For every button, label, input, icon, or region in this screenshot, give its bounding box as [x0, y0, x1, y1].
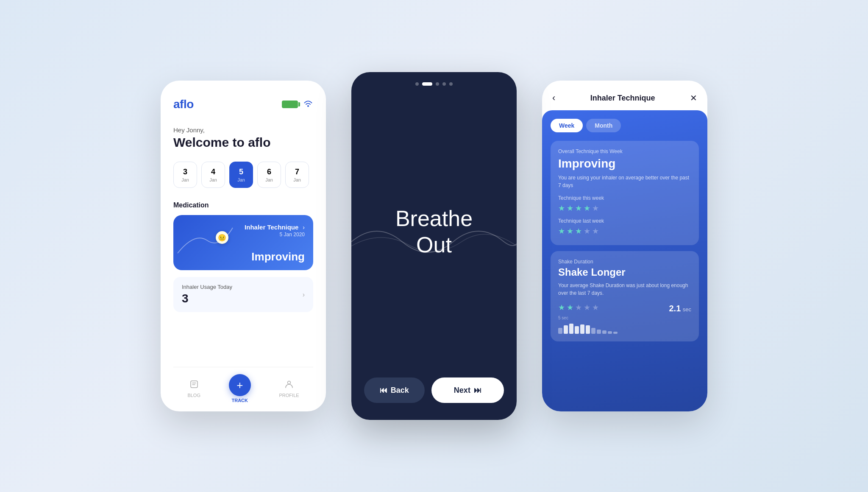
shake-stars: ★ ★ ★ ★ ★	[558, 303, 599, 312]
star-5: ★	[592, 204, 599, 213]
tab-row: Week Month	[551, 119, 699, 132]
bar-8	[597, 330, 601, 334]
date-num: 7	[295, 168, 299, 176]
next-button[interactable]: Next ⏭	[431, 377, 504, 403]
usage-arrow-icon: ›	[303, 291, 305, 299]
shake-title: Shake Longer	[558, 266, 691, 278]
mini-bars	[558, 324, 691, 334]
phone1-header: aflo	[173, 98, 313, 111]
date-item-7[interactable]: 7 Jan	[285, 162, 309, 188]
wifi-icon	[303, 100, 313, 109]
phone3-close-button[interactable]: ✕	[690, 93, 697, 103]
usage-label: Inhaler Usage Today	[182, 284, 232, 290]
last-week-stars: ★ ★ ★ ★ ★	[558, 226, 691, 236]
phone2-buttons: ⏮ Back Next ⏭	[351, 377, 517, 403]
progress-dots	[415, 82, 453, 86]
blog-label: BLOG	[187, 393, 200, 398]
sh-star-4: ★	[584, 303, 590, 312]
lw-star-5: ★	[592, 226, 599, 236]
technique-subtitle: Overall Technique this Week	[558, 148, 691, 154]
last-week-label: Technique last week	[558, 218, 691, 224]
shake-unit: sec	[683, 306, 691, 313]
dot-5	[449, 82, 453, 86]
inhaler-card[interactable]: 😐 Inhaler Technique › 5 Jan 2020 Improvi…	[173, 215, 313, 270]
profile-icon	[284, 380, 294, 391]
greeting: Hey Jonny,	[173, 126, 313, 134]
sh-star-2: ★	[567, 303, 573, 312]
phone3-header: ‹ Inhaler Technique ✕	[542, 81, 707, 110]
shake-desc: Your average Shake Duration was just abo…	[558, 282, 691, 297]
tab-week[interactable]: Week	[551, 119, 583, 132]
blog-icon	[189, 380, 199, 391]
bar-label: 5 sec	[558, 316, 691, 320]
bar-2	[564, 325, 568, 334]
aflo-logo: aflo	[173, 98, 194, 111]
emoji-dot: 😐	[216, 231, 228, 244]
date-month: Jan	[237, 177, 245, 182]
dot-4	[442, 82, 446, 86]
inhaler-card-date: 5 Jan 2020	[245, 232, 305, 238]
bottom-nav: BLOG + TRACK PROFILE	[173, 367, 313, 403]
phone1: aflo Hey Jonny, Welcome to aflo 3 Jan 4 …	[161, 81, 326, 411]
back-button[interactable]: ⏮ Back	[364, 377, 425, 403]
arrow-icon: ›	[303, 224, 305, 231]
next-arrow-icon: ⏭	[474, 386, 481, 395]
bar-4	[575, 326, 579, 334]
date-num: 3	[183, 168, 187, 176]
bar-5	[580, 324, 584, 334]
lw-star-4: ★	[584, 226, 590, 236]
date-item-5-active[interactable]: 5 Jan	[229, 162, 253, 188]
dot-1	[415, 82, 419, 86]
star-4: ★	[584, 204, 590, 213]
this-week-stars: ★ ★ ★ ★ ★	[558, 204, 691, 213]
date-month: Jan	[181, 177, 189, 182]
lw-star-3: ★	[575, 226, 582, 236]
phone2: Breathe Out ⏮ Back Next ⏭	[351, 72, 517, 420]
date-item-6[interactable]: 6 Jan	[257, 162, 281, 188]
shake-duration: 2.1 sec	[669, 304, 692, 313]
next-label: Next	[454, 386, 470, 395]
sh-star-1: ★	[558, 303, 565, 312]
nav-blog[interactable]: BLOG	[187, 380, 200, 398]
svg-rect-1	[191, 381, 198, 388]
bar-10	[608, 331, 612, 334]
dot-2-active	[422, 82, 432, 86]
phone3-back-button[interactable]: ‹	[552, 92, 555, 103]
technique-desc: You are using your inhaler on average be…	[558, 174, 691, 189]
bar-3	[569, 324, 573, 334]
usage-card[interactable]: Inhaler Usage Today 3 ›	[173, 277, 313, 312]
date-row: 3 Jan 4 Jan 5 Jan 6 Jan 7 Jan	[173, 162, 313, 188]
tab-month[interactable]: Month	[586, 119, 621, 132]
nav-profile[interactable]: PROFILE	[279, 380, 299, 398]
track-label: TRACK	[232, 398, 248, 403]
welcome-title: Welcome to aflo	[173, 135, 313, 150]
date-month: Jan	[293, 177, 301, 182]
inhaler-card-status: Improving	[251, 250, 305, 263]
lw-star-1: ★	[558, 226, 565, 236]
svg-point-4	[288, 381, 291, 384]
back-label: Back	[391, 386, 409, 395]
date-num: 5	[239, 168, 243, 176]
star-2: ★	[567, 204, 573, 213]
star-1: ★	[558, 204, 565, 213]
bar-11	[613, 332, 618, 334]
usage-number: 3	[182, 292, 232, 305]
sh-star-5: ★	[592, 303, 599, 312]
bar-9	[602, 330, 606, 334]
battery-icon	[282, 101, 298, 108]
date-item-3[interactable]: 3 Jan	[173, 162, 197, 188]
nav-track[interactable]: + TRACK	[229, 374, 251, 403]
profile-label: PROFILE	[279, 393, 299, 398]
date-item-4[interactable]: 4 Jan	[201, 162, 225, 188]
date-month: Jan	[265, 177, 273, 182]
bar-6	[586, 325, 590, 334]
shake-card: Shake Duration Shake Longer Your average…	[551, 251, 699, 341]
lw-star-2: ★	[567, 226, 573, 236]
sh-star-3: ★	[575, 303, 582, 312]
header-icons	[282, 100, 313, 109]
track-button[interactable]: +	[229, 374, 251, 396]
svg-point-0	[307, 105, 309, 107]
shake-footer: ★ ★ ★ ★ ★ 2.1 sec	[558, 303, 691, 314]
phone3-body: Week Month Overall Technique this Week I…	[542, 110, 707, 411]
shake-label: Shake Duration	[558, 259, 691, 265]
